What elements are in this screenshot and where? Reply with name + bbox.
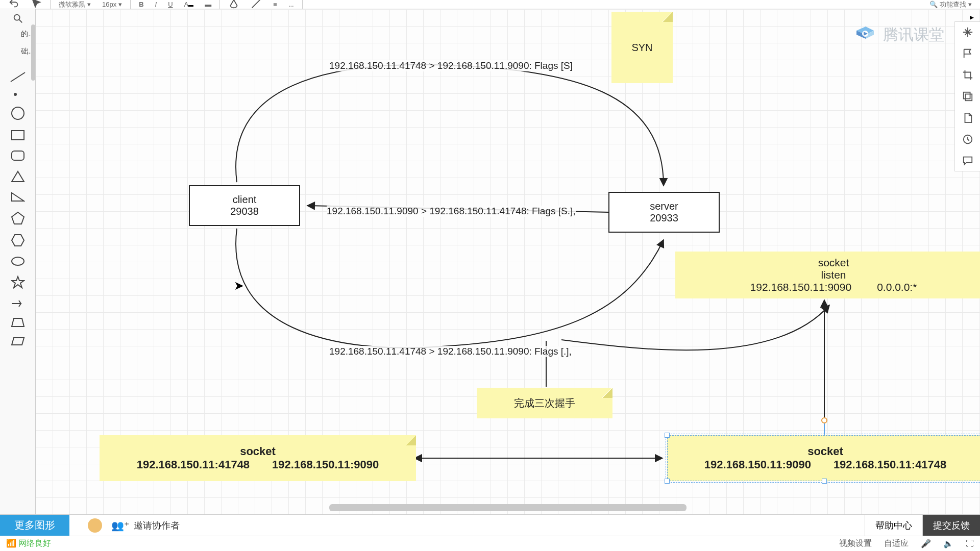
handshake-note[interactable]: 完成三次握手 xyxy=(477,388,612,418)
comment-icon[interactable] xyxy=(962,155,974,167)
shape-triangle[interactable] xyxy=(11,170,25,183)
socket-right-title: socket xyxy=(807,445,843,458)
shape-star[interactable] xyxy=(11,276,25,290)
edge-label-synack: 192.168.150.11.9090 > 192.168.150.11.417… xyxy=(327,206,576,217)
svg-rect-9 xyxy=(964,92,970,99)
shape-arrow[interactable] xyxy=(11,299,25,308)
smart-search-label: 功能查找 xyxy=(940,0,966,9)
client-label: client xyxy=(233,194,257,206)
shape-ellipse[interactable] xyxy=(11,256,25,266)
avatar[interactable] xyxy=(88,518,102,533)
svg-rect-5 xyxy=(12,151,24,160)
sel-handle-s[interactable] xyxy=(822,479,827,484)
line-style-button[interactable]: ≡ xyxy=(270,0,280,9)
panel-scrollbar[interactable] xyxy=(31,24,35,81)
font-size-select[interactable]: 16px ▾ xyxy=(99,0,125,9)
listen-note-line2: listen xyxy=(821,269,846,281)
format-toolbar: 微软雅黑 ▾ 16px ▾ B I U A ▬ ≡ ... 🔍 功能查找 ▾ xyxy=(0,0,980,9)
svg-point-6 xyxy=(12,257,24,265)
socket-left-a2: 192.168.150.11:9090 xyxy=(272,458,379,471)
client-node[interactable]: client 29038 xyxy=(189,185,300,226)
syn-note-text: SYN xyxy=(631,42,652,54)
navigator-icon[interactable] xyxy=(962,26,974,38)
svg-point-7 xyxy=(862,31,868,37)
shape-list xyxy=(10,71,26,346)
svg-point-0 xyxy=(14,15,19,20)
shape-rtriangle[interactable] xyxy=(11,192,25,202)
highlight-button[interactable]: ▬ xyxy=(202,0,214,9)
bottom-bar: 更多图形 👥⁺ 邀请协作者 帮助中心 提交反馈 xyxy=(0,514,980,536)
fullscreen-icon[interactable]: ⛶ xyxy=(966,539,974,548)
underline-button[interactable]: U xyxy=(165,0,176,9)
bold-button[interactable]: B xyxy=(136,0,146,9)
socket-right-note-selected[interactable]: socket 192.168.150.11:9090 192.168.150.1… xyxy=(667,435,980,481)
watermark: 腾讯课堂 xyxy=(852,24,944,45)
svg-point-3 xyxy=(12,107,24,119)
edge-label-ack: 192.168.150.11.41748 > 192.168.150.11.90… xyxy=(329,346,572,357)
server-node[interactable]: server 20933 xyxy=(608,192,720,233)
svg-rect-4 xyxy=(12,131,24,140)
adaptive-button[interactable]: 自适应 xyxy=(884,538,909,549)
italic-button[interactable]: I xyxy=(152,0,160,9)
feedback-button[interactable]: 提交反馈 xyxy=(922,515,980,536)
socket-left-a1: 192.168.150.11:41748 xyxy=(137,458,250,471)
layers-icon[interactable] xyxy=(962,90,974,103)
watermark-text: 腾讯课堂 xyxy=(883,24,944,45)
history-icon[interactable] xyxy=(962,133,974,145)
smart-search[interactable]: 🔍 功能查找 ▾ xyxy=(926,0,975,9)
fill-color-button[interactable] xyxy=(225,0,242,9)
diagram-canvas[interactable]: ▸ 腾讯课堂 xyxy=(36,9,980,514)
font-family-select[interactable]: 微软雅黑 ▾ xyxy=(56,0,94,9)
category-label-2[interactable]: 础... xyxy=(0,44,35,59)
video-settings-button[interactable]: 视频设置 xyxy=(839,538,872,549)
status-bar: 📶 网络良好 视频设置 自适应 🎤̸ 🔈 ⛶ xyxy=(0,536,980,551)
font-color-button[interactable]: A xyxy=(181,0,197,9)
shape-pentagon[interactable] xyxy=(11,211,25,224)
svg-point-2 xyxy=(14,93,17,96)
invite-label: 邀请协作者 xyxy=(134,519,180,532)
socket-right-a1: 192.168.150.11:9090 xyxy=(704,458,811,471)
shape-roundrect[interactable] xyxy=(11,150,25,161)
shape-hexagon[interactable] xyxy=(11,234,25,247)
help-center-button[interactable]: 帮助中心 xyxy=(865,515,922,536)
page-icon[interactable] xyxy=(962,112,974,124)
shape-circle[interactable] xyxy=(11,106,25,120)
syn-note[interactable]: SYN xyxy=(611,12,673,83)
canvas-hscroll[interactable] xyxy=(329,504,687,511)
sel-handle-nw[interactable] xyxy=(665,433,670,438)
mic-off-icon[interactable]: 🎤̸ xyxy=(921,539,931,548)
socket-left-note[interactable]: socket 192.168.150.11:41748 192.168.150.… xyxy=(100,435,416,481)
shape-rect[interactable] xyxy=(11,130,25,141)
server-label: server xyxy=(650,201,678,212)
volume-icon[interactable]: 🔈 xyxy=(943,539,953,548)
server-pid: 20933 xyxy=(650,212,678,224)
listen-note[interactable]: socket listen 192.168.150.11:9090 0.0.0.… xyxy=(675,252,980,298)
cursor-icon[interactable] xyxy=(28,0,45,9)
network-status: 📶 网络良好 xyxy=(6,538,51,549)
handshake-note-text: 完成三次握手 xyxy=(514,396,575,410)
shape-parallelogram[interactable] xyxy=(11,337,25,346)
socket-left-title: socket xyxy=(240,445,276,458)
svg-rect-10 xyxy=(965,94,972,101)
more-style-button[interactable]: ... xyxy=(285,0,297,9)
shapes-panel: 的... 础... xyxy=(0,9,36,514)
ruler-right-arrow[interactable]: ▸ xyxy=(970,12,979,21)
edge-label-syn: 192.168.150.11.41748 > 192.168.150.11.90… xyxy=(329,60,573,71)
more-shapes-button[interactable]: 更多图形 xyxy=(0,515,69,536)
invite-collaborator-button[interactable]: 👥⁺ 邀请协作者 xyxy=(111,519,180,532)
svg-line-1 xyxy=(11,72,25,82)
line-color-button[interactable] xyxy=(248,0,265,9)
search-shapes-icon[interactable] xyxy=(12,12,24,24)
sel-rotate-handle[interactable] xyxy=(821,417,827,423)
shape-dot[interactable] xyxy=(13,92,23,97)
shape-trapezoid[interactable] xyxy=(11,317,25,328)
category-label-1[interactable]: 的... xyxy=(0,27,35,42)
shape-line[interactable] xyxy=(10,71,26,83)
flag-icon[interactable] xyxy=(962,47,974,60)
undo-icon[interactable] xyxy=(5,0,22,9)
crop-icon[interactable] xyxy=(962,69,974,81)
client-pid: 29038 xyxy=(230,206,259,217)
sel-handle-sw[interactable] xyxy=(665,479,670,484)
listen-note-addr1: 192.168.150.11:9090 xyxy=(750,281,852,293)
invite-icon: 👥⁺ xyxy=(111,519,130,532)
